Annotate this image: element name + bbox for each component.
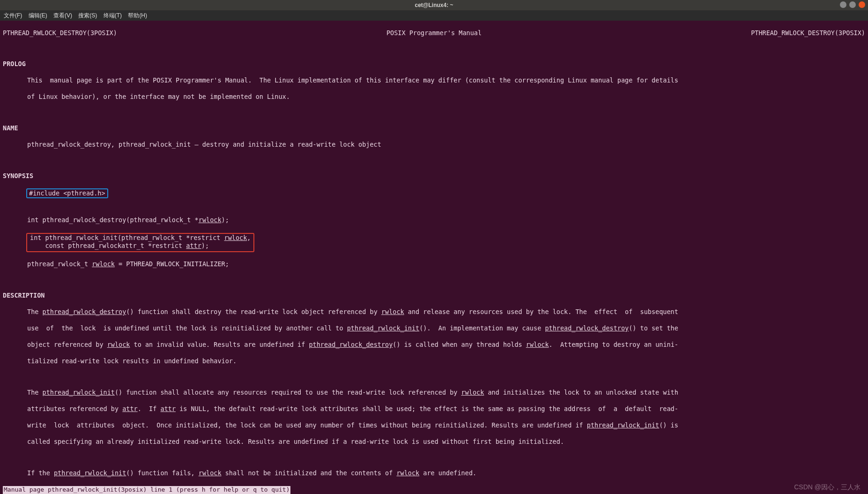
section-prolog: PROLOG [3, 60, 865, 68]
synopsis-include-box: #include <pthread.h> [26, 188, 108, 199]
menu-view[interactable]: 查看(V) [53, 12, 72, 19]
header-right: PTHREAD_RWLOCK_DESTROY(3POSIX) [751, 29, 865, 37]
desc-p2-l2: attributes referenced by attr. If attr i… [3, 405, 865, 413]
section-description: DESCRIPTION [3, 292, 865, 300]
desc-p1-l3: object referenced by rwlock to an invali… [3, 341, 865, 349]
desc-p3: If the pthread_rwlock_init() function fa… [3, 469, 865, 478]
man-header: PTHREAD_RWLOCK_DESTROY(3POSIX)POSIX Prog… [3, 29, 865, 37]
menubar: 文件(F) 编辑(E) 查看(V) 搜索(S) 终端(T) 帮助(H) [0, 10, 868, 21]
desc-p2-l3: write lock attributes object. Once initi… [3, 421, 865, 430]
section-name: NAME [3, 124, 865, 133]
manpage-content: PTHREAD_RWLOCK_DESTROY(3POSIX)POSIX Prog… [0, 21, 868, 494]
prolog-text-1: This manual page is part of the POSIX Pr… [3, 76, 865, 85]
section-synopsis: SYNOPSIS [3, 172, 865, 180]
close-icon[interactable] [859, 1, 865, 8]
watermark: CSDN @因心，三人水 [794, 483, 861, 491]
maximize-icon[interactable] [849, 1, 856, 8]
prolog-text-2: of Linux behavior), or the interface may… [3, 93, 865, 101]
menu-file[interactable]: 文件(F) [4, 12, 22, 19]
window-controls [840, 1, 865, 8]
desc-p1-l1: The pthread_rwlock_destroy() function sh… [3, 308, 865, 316]
man-status-bar: Manual page pthread_rwlock_init(3posix) … [3, 486, 290, 494]
header-left: PTHREAD_RWLOCK_DESTROY(3POSIX) [3, 29, 117, 37]
name-text: pthread_rwlock_destroy, pthread_rwlock_i… [3, 141, 865, 149]
synopsis-init-box: int pthread_rwlock_init(pthread_rwlock_t… [26, 233, 254, 252]
synopsis-static: pthread_rwlock_t rwlock = PTHREAD_RWLOCK… [3, 260, 865, 269]
menu-help[interactable]: 帮助(H) [128, 12, 147, 19]
header-center: POSIX Programmer's Manual [386, 29, 482, 37]
minimize-icon[interactable] [840, 1, 846, 8]
desc-p1-l2: use of the lock is undefined until the l… [3, 324, 865, 333]
menu-edit[interactable]: 编辑(E) [29, 12, 47, 19]
window-title: cet@Linux4: ~ [415, 2, 453, 8]
desc-p1-l4: tialized read-write lock results in unde… [3, 357, 865, 366]
menu-terminal[interactable]: 终端(T) [104, 12, 122, 19]
menu-search[interactable]: 搜索(S) [78, 12, 97, 19]
desc-p2-l1: The pthread_rwlock_init() function shall… [3, 389, 865, 397]
desc-p2-l4: called specifying an already initialized… [3, 438, 865, 446]
window-titlebar: cet@Linux4: ~ [0, 0, 868, 10]
synopsis-destroy: int pthread_rwlock_destroy(pthread_rwloc… [3, 216, 865, 225]
